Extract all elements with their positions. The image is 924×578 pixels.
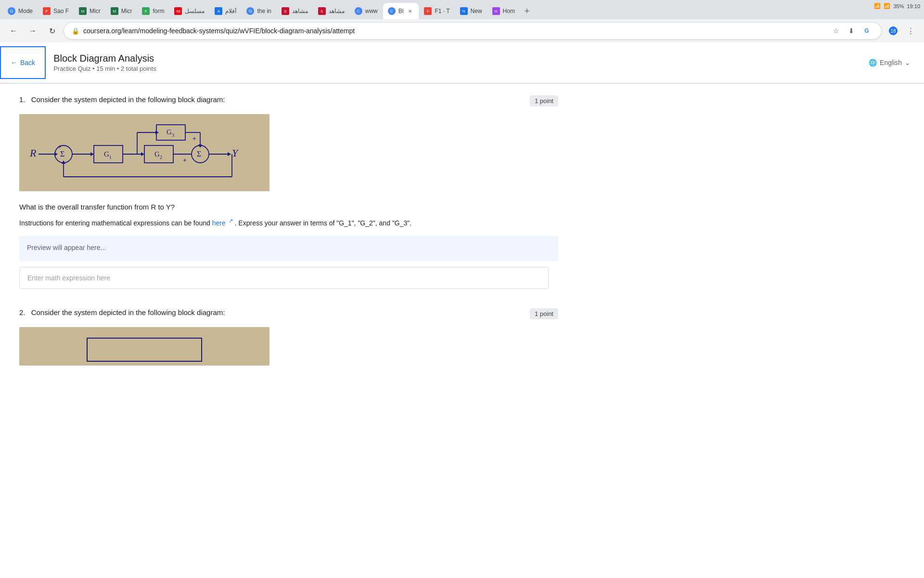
tab-favicon-form: F <box>142 7 150 15</box>
question-1-body: Consider the system depicted in the foll… <box>31 95 225 104</box>
svg-text:+: + <box>192 135 196 142</box>
download-button[interactable]: ⬇ <box>845 24 858 38</box>
extensions-button[interactable]: 18 <box>886 23 901 39</box>
tab-label-f1t: F1 · T <box>435 8 449 14</box>
block-diagram-2 <box>19 327 270 366</box>
main-content: 1. Consider the system depicted in the f… <box>0 84 578 396</box>
question-1-points: 1 point <box>530 95 558 106</box>
tab-label-www: www <box>365 8 378 14</box>
tab-label-micro2: Micr <box>121 8 132 14</box>
tab-label-micro1: Micr <box>90 8 101 14</box>
tab-micro2[interactable]: M Micr <box>106 3 137 19</box>
course-title: Block Diagram Analysis <box>53 53 863 64</box>
page-header: ← Back Block Diagram Analysis Practice Q… <box>0 42 924 84</box>
tab-musls[interactable]: IM مسلسل <box>169 3 209 19</box>
question-2-text: 2. Consider the system depicted in the f… <box>19 308 520 316</box>
tab-mshahd2[interactable]: S مشاهد <box>313 3 349 19</box>
back-button[interactable]: ← Back <box>0 46 46 79</box>
forward-nav-button[interactable]: → <box>25 23 40 39</box>
tab-the-in[interactable]: G the in <box>242 3 276 19</box>
tab-favicon-aflam: A <box>215 7 222 15</box>
tab-aflam[interactable]: A أفلام <box>210 3 241 19</box>
course-info: Block Diagram Analysis Practice Quiz • 1… <box>53 53 863 72</box>
translate-button[interactable]: G <box>860 24 873 38</box>
tab-mode[interactable]: G Mode <box>3 3 38 19</box>
chevron-down-icon: ⌄ <box>905 59 911 66</box>
svg-text:R: R <box>29 147 37 159</box>
tab-favicon-mshahd2: S <box>318 7 326 15</box>
tab-favicon-mshahd1: S <box>282 7 289 15</box>
svg-text:Σ: Σ <box>197 150 201 158</box>
external-link-icon: ↗ <box>229 218 233 223</box>
omnibox[interactable]: 🔒 coursera.org/learn/modeling-feedback-s… <box>64 22 882 39</box>
menu-button[interactable]: ⋮ <box>903 23 918 39</box>
extensions-badge: 18 <box>889 26 898 35</box>
tab-label-mode: Mode <box>18 8 33 14</box>
question-2-number: 2. <box>19 308 26 316</box>
instructions-text: Instructions for entering mathematical e… <box>19 217 558 228</box>
tab-favicon-musls: IM <box>174 7 182 15</box>
svg-text:3: 3 <box>172 132 174 138</box>
tab-form[interactable]: F form <box>137 3 169 19</box>
tab-saof[interactable]: F Sao F <box>38 3 74 19</box>
tab-new[interactable]: N New <box>455 3 487 19</box>
signal-icon: 📶 <box>884 3 890 9</box>
preview-placeholder-text: Preview will appear here... <box>27 244 106 251</box>
tab-label-aflam: أفلام <box>225 8 236 14</box>
course-meta: Practice Quiz • 15 min • 2 total points <box>53 65 863 72</box>
question-1: 1. Consider the system depicted in the f… <box>19 95 558 289</box>
tab-label-saof: Sao F <box>53 8 69 14</box>
block-diagram-1: R + Σ − G 1 <box>19 114 270 191</box>
svg-text:Σ: Σ <box>60 150 64 158</box>
tab-bl[interactable]: C Bl ✕ <box>383 3 419 19</box>
math-expression-input[interactable] <box>19 267 549 289</box>
omnibox-bar: ← → ↻ 🔒 coursera.org/learn/modeling-feed… <box>0 19 924 42</box>
instructions-link[interactable]: here ↗ <box>212 219 235 227</box>
tab-micro1[interactable]: M Micr <box>74 3 105 19</box>
tab-close-bl[interactable]: ✕ <box>406 7 414 15</box>
tab-f1t[interactable]: F F1 · T <box>419 3 454 19</box>
instructions-after: . Express your answer in terms of "G_1",… <box>235 219 412 227</box>
globe-icon: 🌐 <box>869 59 877 66</box>
clock: 19:10 <box>907 3 920 9</box>
tab-hom[interactable]: H Hom <box>488 3 520 19</box>
toolbar-buttons: 18 ⋮ <box>886 23 918 39</box>
svg-text:2: 2 <box>160 155 162 160</box>
back-button-label: Back <box>20 59 35 66</box>
svg-text:G: G <box>167 128 172 136</box>
wifi-icon: 📶 <box>874 3 881 9</box>
new-tab-button[interactable]: + <box>520 4 534 18</box>
svg-text:G: G <box>104 150 109 158</box>
tab-favicon-mode: G <box>8 7 15 15</box>
tab-favicon-bl: C <box>388 7 396 15</box>
tab-label-new: New <box>471 8 482 14</box>
tab-www[interactable]: C www <box>350 3 383 19</box>
block-diagram-2-box <box>87 338 202 362</box>
instructions-before: Instructions for entering mathematical e… <box>19 219 212 227</box>
question-1-header: 1. Consider the system depicted in the f… <box>19 95 558 106</box>
tab-favicon-new: N <box>460 7 468 15</box>
security-icon: 🔒 <box>72 27 79 35</box>
tab-mshahd1[interactable]: S مشاهد <box>277 3 313 19</box>
tab-favicon-saof: F <box>43 7 51 15</box>
svg-text:+: + <box>183 157 187 164</box>
question-2: 2. Consider the system depicted in the f… <box>19 308 558 366</box>
tab-favicon-hom: H <box>492 7 500 15</box>
reload-button[interactable]: ↻ <box>44 23 60 39</box>
tab-label-mshahd2: مشاهد <box>329 8 345 14</box>
tab-label-hom: Hom <box>503 8 515 14</box>
block-diagram-svg-1: R + Σ − G 1 <box>19 114 270 191</box>
url-display: coursera.org/learn/modeling-feedback-sys… <box>83 27 825 35</box>
tab-label-the-in: the in <box>257 8 271 14</box>
tab-favicon-the-in: G <box>246 7 254 15</box>
tab-label-form: form <box>153 8 164 14</box>
tab-favicon-micro1: M <box>79 7 87 15</box>
status-bar: 📶 📶 35% 19:10 <box>874 3 920 9</box>
language-button[interactable]: 🌐 English ⌄ <box>863 55 916 70</box>
question-2-points: 1 point <box>530 308 558 319</box>
tab-label-mshahd1: مشاهد <box>292 8 308 14</box>
tab-bar: G Mode F Sao F M Micr M Micr F form IM م… <box>0 0 924 19</box>
bookmark-button[interactable]: ☆ <box>829 24 843 38</box>
back-nav-button[interactable]: ← <box>6 23 21 39</box>
svg-text:G: G <box>154 150 160 158</box>
